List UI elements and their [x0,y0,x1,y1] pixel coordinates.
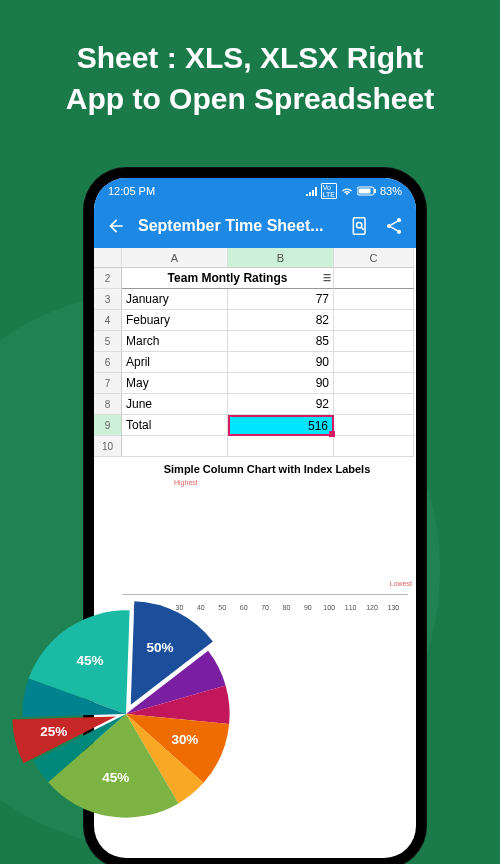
svg-rect-2 [358,189,370,194]
cell[interactable]: April [122,352,228,373]
cell[interactable]: January [122,289,228,310]
table-row: 4Febuary82 [94,310,416,331]
battery-icon [357,186,377,196]
x-tick: 130 [383,604,404,611]
corner-cell[interactable] [94,248,122,268]
cell[interactable] [334,289,414,310]
promo-headline: Sheet : XLS, XLSX Right App to Open Spre… [0,38,500,119]
battery-percent: 83% [380,185,402,197]
row-header[interactable]: 8 [94,394,122,415]
col-header-a[interactable]: A [122,248,228,268]
cell[interactable] [122,436,228,457]
cell[interactable]: 77 [228,289,334,310]
row-header[interactable]: 6 [94,352,122,373]
table-row: 7May90 [94,373,416,394]
filter-icon[interactable]: ☰ [323,273,331,283]
table-row: 6April90 [94,352,416,373]
cell[interactable] [334,394,414,415]
row-header[interactable]: 3 [94,289,122,310]
row-header[interactable]: 7 [94,373,122,394]
cell[interactable] [334,268,414,289]
cell[interactable]: June [122,394,228,415]
row-header[interactable]: 2 [94,268,122,289]
cell[interactable] [334,331,414,352]
col-header-b[interactable]: B [228,248,334,268]
spreadsheet[interactable]: A B C 2Team Montly Ratings☰3January774Fe… [94,248,416,611]
headline-line1: Sheet : XLS, XLSX Right [77,41,424,74]
headline-line2: App to Open Spreadsheet [66,82,434,115]
x-tick: 90 [297,604,318,611]
cell[interactable]: March [122,331,228,352]
svg-point-7 [397,230,401,234]
annotation-highest: Highest [174,479,198,486]
row-header[interactable]: 5 [94,331,122,352]
pie-label: 45% [77,653,104,668]
column-headers: A B C [94,248,416,268]
title-cell[interactable]: Team Montly Ratings☰ [122,268,334,289]
table-row: 9Total516 [94,415,416,436]
pie-label: 45% [102,770,129,785]
selected-cell[interactable]: 516 [228,415,334,436]
cell[interactable]: 85 [228,331,334,352]
volte-icon: VoLTE [321,183,337,199]
chart-title: Simple Column Chart with Index Labels [122,461,412,481]
x-tick: 100 [319,604,340,611]
bar-chart-bars [126,495,404,595]
find-button[interactable] [348,214,372,238]
row-header[interactable]: 10 [94,436,122,457]
table-row: 8June92 [94,394,416,415]
cell[interactable] [334,352,414,373]
row-header[interactable]: 4 [94,310,122,331]
arrow-left-icon [106,216,126,236]
pie-label: 25% [40,724,67,739]
status-time: 12:05 PM [108,185,155,197]
table-row: 10 [94,436,416,457]
table-row: 5March85 [94,331,416,352]
status-bar: 12:05 PM VoLTE 83% [94,178,416,204]
embedded-chart: Simple Column Chart with Index Labels Hi… [94,461,416,611]
share-icon [384,216,404,236]
svg-point-4 [357,223,362,228]
signal-icon [306,186,318,196]
table-row: 2Team Montly Ratings☰ [94,268,416,289]
svg-rect-1 [374,189,376,193]
cell[interactable] [334,373,414,394]
table-row: 3January77 [94,289,416,310]
pie-label: 50% [147,640,174,655]
cell[interactable] [334,415,414,436]
x-tick: 70 [254,604,275,611]
app-bar: September Time Sheet... [94,204,416,248]
cell[interactable]: 82 [228,310,334,331]
svg-rect-3 [353,218,365,235]
status-indicators: VoLTE 83% [306,183,402,199]
cell[interactable]: May [122,373,228,394]
cell[interactable]: Total [122,415,228,436]
cell[interactable] [228,436,334,457]
cell[interactable] [334,436,414,457]
svg-point-5 [397,218,401,222]
cell[interactable]: Febuary [122,310,228,331]
cell[interactable] [334,310,414,331]
pie-label: 30% [171,732,198,747]
x-tick: 120 [361,604,382,611]
back-button[interactable] [104,214,128,238]
x-tick: 80 [276,604,297,611]
cell[interactable]: 90 [228,352,334,373]
share-button[interactable] [382,214,406,238]
cell[interactable]: 92 [228,394,334,415]
document-title: September Time Sheet... [138,217,338,235]
row-header[interactable]: 9 [94,415,122,436]
search-in-page-icon [350,216,370,236]
col-header-c[interactable]: C [334,248,414,268]
cell[interactable]: 90 [228,373,334,394]
x-tick: 110 [340,604,361,611]
chart-baseline [122,594,408,595]
pie-chart: 45%50%30%45%25% [12,600,240,828]
wifi-icon [340,186,354,196]
